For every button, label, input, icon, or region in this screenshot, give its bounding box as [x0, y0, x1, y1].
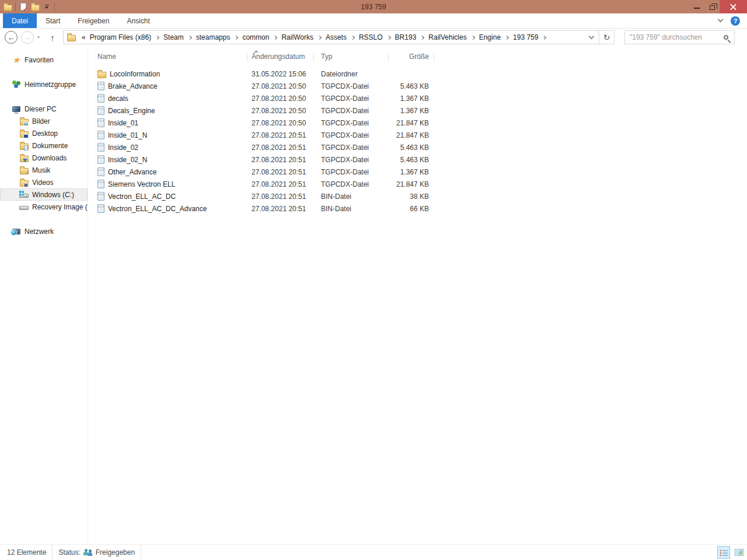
- close-button[interactable]: [720, 0, 747, 13]
- file-icon: [97, 94, 104, 103]
- breadcrumb-chevron-icon[interactable]: [505, 35, 509, 39]
- column-header-name[interactable]: Name: [88, 50, 247, 63]
- file-row[interactable]: Inside_02_N 27.08.2021 20:51 TGPCDX-Date…: [88, 153, 747, 166]
- breadcrumb-chevron-icon[interactable]: [317, 35, 322, 39]
- file-icon: [97, 192, 104, 201]
- file-row[interactable]: decals 27.08.2021 20:50 TGPCDX-Datei 1.3…: [88, 92, 747, 104]
- search-input[interactable]: [630, 33, 724, 41]
- up-button[interactable]: [46, 31, 60, 44]
- videos-folder-icon: [19, 178, 29, 187]
- breadcrumb-segment[interactable]: common: [239, 33, 272, 41]
- forward-button[interactable]: [21, 31, 34, 44]
- close-icon: [730, 4, 736, 10]
- breadcrumb-segment-current[interactable]: 193 759: [510, 33, 541, 41]
- breadcrumb-chevron-icon[interactable]: [273, 35, 277, 39]
- tab-ansicht[interactable]: Ansicht: [118, 13, 158, 28]
- breadcrumb-chevron-icon[interactable]: [542, 35, 546, 39]
- recent-locations-dropdown[interactable]: [34, 31, 43, 44]
- breadcrumb-segment[interactable]: Engine: [476, 33, 504, 41]
- customize-dropdown-icon: [45, 5, 49, 9]
- column-header-groesse[interactable]: Größe: [389, 50, 434, 63]
- breadcrumb-chevron-icon[interactable]: [351, 35, 355, 39]
- breadcrumb-segment[interactable]: Steam: [160, 33, 187, 41]
- address-dropdown-chevron-icon[interactable]: [589, 33, 595, 39]
- sidebar-item-bilder[interactable]: Bilder: [0, 115, 88, 127]
- sidebar-item-windows-c[interactable]: Windows (C:): [0, 188, 88, 201]
- thumbnails-view-button[interactable]: [732, 546, 745, 559]
- sidebar-item-desktop[interactable]: Desktop: [0, 127, 88, 139]
- breadcrumb-chevron-icon[interactable]: [188, 35, 192, 39]
- magnifier-icon: [724, 35, 728, 40]
- address-folder-icon[interactable]: [67, 35, 76, 41]
- breadcrumb-segment[interactable]: steamapps: [193, 33, 233, 41]
- music-folder-icon: [19, 166, 29, 175]
- file-icon: [97, 131, 104, 139]
- sidebar-item-heimnetzgruppe[interactable]: Heimnetzgruppe: [0, 78, 88, 90]
- explorer-app-icon[interactable]: [2, 0, 13, 13]
- file-row[interactable]: Vectron_ELL_AC_DC 27.08.2021 20:51 BIN-D…: [88, 190, 747, 202]
- file-row[interactable]: LocoInformation 31.05.2022 15:06 Dateior…: [88, 68, 747, 80]
- window-controls: [689, 0, 747, 13]
- sidebar-item-recovery-image[interactable]: Recovery Image (D: [0, 201, 88, 213]
- help-button[interactable]: [731, 16, 740, 26]
- file-row[interactable]: Inside_01_N 27.08.2021 20:51 TGPCDX-Date…: [88, 129, 747, 141]
- network-icon: [11, 227, 22, 236]
- file-row[interactable]: Inside_01 27.08.2021 20:50 TGPCDX-Datei …: [88, 117, 747, 129]
- refresh-button[interactable]: [599, 30, 615, 44]
- statusbar-separator: [141, 545, 141, 560]
- customize-quick-access-button[interactable]: [41, 0, 53, 13]
- sidebar-item-favoriten[interactable]: Favoriten: [0, 54, 88, 66]
- breadcrumb-chevron-icon[interactable]: [234, 35, 238, 39]
- breadcrumb-chevron-icon[interactable]: [471, 35, 475, 39]
- file-row[interactable]: Vectron_ELL_AC_DC_Advance 27.08.2021 20:…: [88, 202, 747, 215]
- file-row[interactable]: Decals_Engine 27.08.2021 20:50 TGPCDX-Da…: [88, 104, 747, 117]
- file-list-pane: Name Änderungsdatum Typ Größe LocoInform…: [88, 46, 747, 544]
- breadcrumb-segment[interactable]: RSSLO: [356, 33, 386, 41]
- file-row[interactable]: Siemens Vectron ELL 27.08.2021 20:51 TGP…: [88, 178, 747, 190]
- status-label: Status:: [58, 548, 80, 556]
- ribbon-tab-bar: Datei Start Freigeben Ansicht: [0, 13, 747, 29]
- tab-datei[interactable]: Datei: [3, 13, 37, 28]
- breadcrumb-segment[interactable]: RailWorks: [278, 33, 316, 41]
- properties-icon: [20, 3, 26, 10]
- column-header-typ[interactable]: Typ: [314, 50, 389, 63]
- tab-freigeben[interactable]: Freigeben: [69, 13, 118, 28]
- breadcrumb-chevron-icon[interactable]: [420, 35, 424, 39]
- breadcrumb-segment[interactable]: RailVehicles: [425, 33, 469, 41]
- restore-button[interactable]: [704, 0, 720, 13]
- file-icon: [97, 180, 104, 188]
- minimize-button[interactable]: [689, 0, 704, 13]
- breadcrumb-segment[interactable]: Program Files (x86): [87, 33, 154, 41]
- breadcrumb-segment[interactable]: Assets: [323, 33, 350, 41]
- breadcrumb-chevron-icon[interactable]: [155, 35, 159, 39]
- sidebar-item-musik[interactable]: Musik: [0, 164, 88, 176]
- sidebar-item-dokumente[interactable]: Dokumente: [0, 139, 88, 152]
- breadcrumb-overflow-chevron[interactable]: «: [79, 33, 87, 41]
- file-row[interactable]: Brake_Advance 27.08.2021 20:50 TGPCDX-Da…: [88, 80, 747, 92]
- back-button[interactable]: [5, 31, 18, 44]
- explorer-window: 193 759 Datei Start Freigeben Ansicht « …: [0, 0, 747, 560]
- sidebar-item-videos[interactable]: Videos: [0, 176, 88, 188]
- statusbar-separator: [52, 545, 53, 560]
- sidebar-item-downloads[interactable]: Downloads: [0, 152, 88, 164]
- breadcrumb-chevron-icon[interactable]: [387, 35, 391, 39]
- details-view-button[interactable]: [717, 546, 730, 559]
- address-bar[interactable]: « Program Files (x86) Steam steamapps co…: [63, 30, 599, 44]
- new-folder-button[interactable]: [29, 0, 41, 13]
- file-row[interactable]: Inside_02 27.08.2021 20:51 TGPCDX-Datei …: [88, 141, 747, 153]
- file-icon: [97, 155, 104, 164]
- sidebar-item-netzwerk[interactable]: Netzwerk: [0, 225, 88, 237]
- folder-icon: [97, 72, 106, 78]
- expand-ribbon-chevron-down-icon[interactable]: [718, 17, 724, 23]
- navigation-bar: « Program Files (x86) Steam steamapps co…: [0, 29, 747, 46]
- column-header-aenderungsdatum[interactable]: Änderungsdatum: [247, 50, 314, 63]
- sidebar-item-dieser-pc[interactable]: Dieser PC: [0, 103, 88, 115]
- tab-start[interactable]: Start: [37, 13, 69, 28]
- properties-button[interactable]: [18, 0, 29, 13]
- breadcrumb-segment[interactable]: BR193: [392, 33, 420, 41]
- status-bar: 12 Elemente Status: Freigegeben: [0, 544, 747, 560]
- quick-access-toolbar: [0, 0, 57, 13]
- file-row[interactable]: Other_Advance 27.08.2021 20:51 TGPCDX-Da…: [88, 166, 747, 178]
- file-icon: [97, 82, 104, 90]
- downloads-folder-icon: [19, 153, 29, 163]
